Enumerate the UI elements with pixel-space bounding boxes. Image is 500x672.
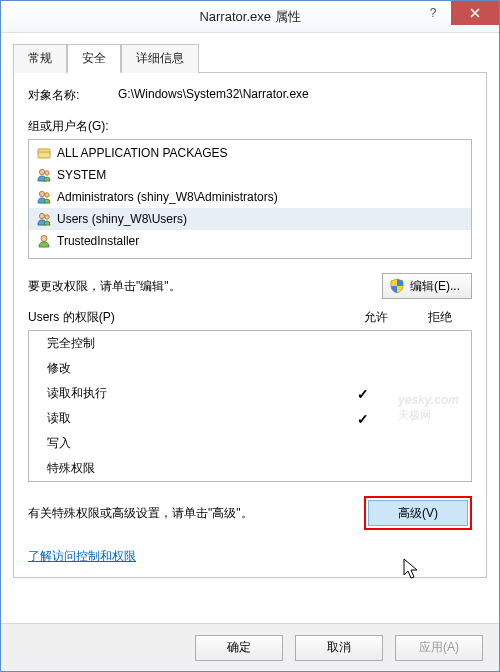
permission-row: 特殊权限	[29, 456, 471, 481]
list-item[interactable]: SYSTEM	[29, 164, 471, 186]
permission-allow: ✓	[331, 411, 395, 427]
cancel-button[interactable]: 取消	[295, 635, 383, 661]
permission-label: 读取	[41, 410, 331, 427]
svg-point-4	[45, 193, 49, 197]
advanced-row: 有关特殊权限或高级设置，请单击"高级"。 高级(V)	[28, 496, 472, 530]
permission-label: 写入	[41, 435, 331, 452]
users-icon	[35, 166, 53, 184]
list-item[interactable]: TrustedInstaller	[29, 230, 471, 252]
list-item-label: Users (shiny_W8\Users)	[57, 212, 187, 226]
list-item[interactable]: ALL APPLICATION PACKAGES	[29, 142, 471, 164]
content: 常规 安全 详细信息 对象名称: G:\Windows\System32\Nar…	[1, 33, 499, 578]
package-icon	[35, 144, 53, 162]
svg-point-7	[41, 236, 47, 242]
svg-point-2	[45, 171, 49, 175]
permission-label: 修改	[41, 360, 331, 377]
permission-allow: ✓	[331, 386, 395, 402]
object-name-row: 对象名称: G:\Windows\System32\Narrator.exe	[28, 87, 472, 104]
permission-label: 完全控制	[41, 335, 331, 352]
learn-more-link[interactable]: 了解访问控制和权限	[28, 548, 136, 565]
close-icon	[470, 8, 480, 18]
object-name-label: 对象名称:	[28, 87, 118, 104]
advanced-text: 有关特殊权限或高级设置，请单击"高级"。	[28, 505, 364, 522]
apply-button[interactable]: 应用(A)	[395, 635, 483, 661]
users-icon	[35, 188, 53, 206]
permissions-listbox: 完全控制修改读取和执行✓读取✓写入特殊权限	[28, 330, 472, 482]
tab-strip: 常规 安全 详细信息	[13, 43, 487, 73]
help-button[interactable]: ?	[415, 1, 451, 25]
edit-permissions-row: 要更改权限，请单击"编辑"。 编辑(E)...	[28, 273, 472, 299]
highlight-box: 高级(V)	[364, 496, 472, 530]
dialog-footer: 确定 取消 应用(A)	[1, 623, 499, 671]
edit-button-label: 编辑(E)...	[410, 278, 460, 295]
permission-row: 完全控制	[29, 331, 471, 356]
advanced-button[interactable]: 高级(V)	[368, 500, 468, 526]
object-name-value: G:\Windows\System32\Narrator.exe	[118, 87, 472, 104]
groups-listbox[interactable]: ALL APPLICATION PACKAGESSYSTEMAdministra…	[28, 139, 472, 259]
svg-rect-0	[38, 149, 50, 158]
permission-label: 特殊权限	[41, 460, 331, 477]
svg-point-3	[39, 191, 44, 196]
groups-label: 组或用户名(G):	[28, 118, 472, 135]
list-item-label: Administrators (shiny_W8\Administrators)	[57, 190, 278, 204]
list-item[interactable]: Users (shiny_W8\Users)	[29, 208, 471, 230]
permissions-header: Users 的权限(P) 允许 拒绝	[28, 309, 472, 326]
permission-row: 写入	[29, 431, 471, 456]
permission-row: 修改	[29, 356, 471, 381]
list-item[interactable]: Administrators (shiny_W8\Administrators)	[29, 186, 471, 208]
list-item-label: TrustedInstaller	[57, 234, 139, 248]
permission-row: 读取✓	[29, 406, 471, 431]
advanced-button-label: 高级(V)	[398, 505, 438, 522]
permission-label: 读取和执行	[41, 385, 331, 402]
edit-button[interactable]: 编辑(E)...	[382, 273, 472, 299]
window-controls: ?	[415, 1, 499, 25]
svg-point-6	[45, 215, 49, 219]
titlebar: Narrator.exe 属性 ?	[1, 1, 499, 33]
list-item-label: SYSTEM	[57, 168, 106, 182]
permissions-deny-header: 拒绝	[408, 309, 472, 326]
security-panel: 对象名称: G:\Windows\System32\Narrator.exe 组…	[13, 73, 487, 578]
permission-row: 读取和执行✓	[29, 381, 471, 406]
tab-general[interactable]: 常规	[13, 44, 67, 73]
permissions-whose: Users 的权限(P)	[28, 309, 344, 326]
edit-permissions-text: 要更改权限，请单击"编辑"。	[28, 278, 382, 295]
tab-details[interactable]: 详细信息	[121, 44, 199, 73]
ok-button[interactable]: 确定	[195, 635, 283, 661]
list-item-label: ALL APPLICATION PACKAGES	[57, 146, 228, 160]
user-icon	[35, 232, 53, 250]
shield-icon	[388, 277, 406, 295]
users-icon	[35, 210, 53, 228]
tab-security[interactable]: 安全	[67, 44, 121, 73]
permissions-allow-header: 允许	[344, 309, 408, 326]
svg-point-5	[39, 213, 44, 218]
properties-window: Narrator.exe 属性 ? 常规 安全 详细信息 对象名称: G:\Wi…	[0, 0, 500, 672]
svg-point-1	[39, 169, 44, 174]
close-button[interactable]	[451, 1, 499, 25]
